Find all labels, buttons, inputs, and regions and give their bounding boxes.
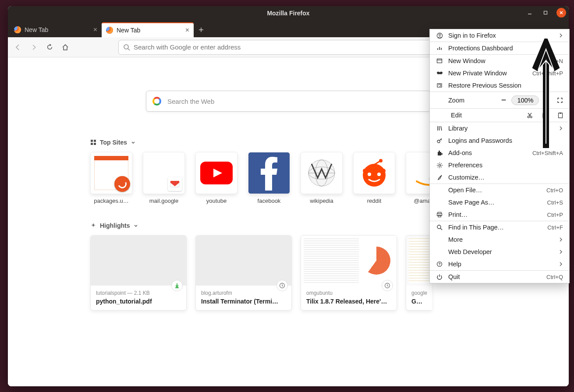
- svg-rect-20: [91, 143, 93, 145]
- search-icon: [436, 224, 443, 230]
- copy-icon[interactable]: [542, 112, 548, 118]
- svg-point-29: [377, 173, 381, 176]
- zoom-out-button[interactable]: −: [501, 95, 507, 105]
- svg-point-58: [439, 164, 440, 166]
- tab-0[interactable]: New Tab ×: [10, 22, 102, 37]
- clock-icon: [382, 280, 393, 291]
- menu-new-private[interactable]: New Private Window Ctrl+Shift+P: [430, 67, 569, 79]
- home-button[interactable]: [59, 41, 72, 54]
- minimize-button[interactable]: [525, 8, 535, 18]
- address-bar[interactable]: [118, 40, 465, 55]
- key-icon: [436, 138, 443, 144]
- svg-point-45: [530, 116, 532, 118]
- forward-button[interactable]: [27, 41, 40, 54]
- svg-point-33: [379, 159, 383, 162]
- card-source: tutorialspoint — 2.1 KB: [96, 290, 181, 296]
- tab-label: New Tab: [25, 26, 48, 33]
- menu-protections[interactable]: Protections Dashboard: [430, 42, 569, 54]
- svg-point-27: [363, 164, 386, 187]
- top-site-tile[interactable]: wikipedia: [301, 152, 343, 204]
- clock-icon: [276, 280, 288, 291]
- tab-1[interactable]: New Tab ×: [102, 22, 194, 37]
- close-tab-icon[interactable]: ×: [93, 26, 97, 34]
- menu-find[interactable]: Find in This Page… Ctrl+F: [430, 221, 569, 233]
- svg-line-32: [374, 161, 380, 165]
- back-button[interactable]: [11, 41, 25, 54]
- menu-addons[interactable]: Add-ons Ctrl+Shift+A: [430, 147, 569, 159]
- printer-icon: [436, 212, 443, 218]
- svg-rect-49: [544, 113, 548, 117]
- menu-open-file[interactable]: Open File… Ctrl+O: [430, 184, 569, 196]
- cut-icon[interactable]: [527, 112, 533, 118]
- top-site-tile[interactable]: youtube: [195, 152, 237, 204]
- library-icon: [436, 125, 443, 131]
- top-site-tile[interactable]: mail.google: [143, 152, 185, 204]
- zoom-in-button[interactable]: +: [544, 95, 549, 105]
- new-tab-button[interactable]: [194, 22, 209, 37]
- menu-preferences[interactable]: Preferences: [430, 159, 569, 171]
- menu-logins[interactable]: Logins and Passwords: [430, 134, 569, 147]
- titlebar: Mozilla Firefox: [8, 6, 569, 20]
- menu-restore[interactable]: Restore Previous Session: [430, 79, 569, 92]
- menu-zoom: Zoom − 100% +: [430, 92, 569, 108]
- menu-customize[interactable]: Customize…: [430, 171, 569, 184]
- zoom-level[interactable]: 100%: [511, 95, 539, 105]
- svg-rect-19: [94, 140, 96, 142]
- card-title: Install Terminator (Termi…: [201, 298, 286, 305]
- card-title: python_tutorial.pdf: [96, 298, 181, 305]
- svg-rect-41: [437, 59, 442, 63]
- tile-label: packages.u…: [94, 198, 129, 204]
- top-site-tile[interactable]: packages.u…: [90, 152, 132, 204]
- top-site-tile[interactable]: reddit: [353, 152, 395, 204]
- menu-help[interactable]: Help: [430, 258, 569, 270]
- tile-label: facebook: [258, 198, 281, 204]
- svg-rect-50: [559, 113, 563, 118]
- menu-more[interactable]: More: [430, 233, 569, 246]
- tile-label: youtube: [206, 198, 227, 204]
- menu-quit[interactable]: Quit Ctrl+Q: [430, 271, 569, 283]
- restore-icon: [436, 82, 443, 88]
- hero-search[interactable]: Search the Web: [146, 91, 431, 112]
- menu-save-as[interactable]: Save Page As… Ctrl+S: [430, 196, 569, 208]
- section-label: Top Sites: [100, 139, 127, 146]
- chevron-right-icon: [559, 250, 563, 254]
- menu-signin[interactable]: Sign in to Firefox: [430, 29, 569, 42]
- chevron-right-icon: [559, 262, 563, 266]
- firefox-icon: [106, 27, 113, 34]
- close-tab-icon[interactable]: ×: [185, 26, 189, 34]
- menu-library[interactable]: Library: [430, 122, 569, 134]
- chevron-right-icon: [559, 237, 563, 242]
- close-button[interactable]: [556, 8, 566, 18]
- highlight-card[interactable]: google Gmail: [406, 235, 432, 311]
- highlight-card[interactable]: tutorialspoint — 2.1 KB python_tutorial.…: [90, 235, 187, 311]
- svg-point-28: [368, 173, 371, 176]
- chevron-right-icon: [559, 126, 563, 131]
- svg-point-6: [124, 45, 128, 49]
- menu-webdev[interactable]: Web Developer: [430, 246, 569, 258]
- paste-icon[interactable]: [558, 112, 563, 118]
- section-label: Highlights: [100, 222, 130, 229]
- svg-rect-21: [94, 143, 96, 145]
- app-menu-dropdown: Sign in to Firefox Protections Dashboard…: [429, 29, 570, 283]
- tab-label: New Tab: [117, 27, 140, 34]
- window-icon: [436, 58, 443, 64]
- svg-rect-61: [438, 215, 441, 217]
- highlight-card[interactable]: omgubuntu Tilix 1.8.7 Released, Here'…: [301, 235, 397, 311]
- chevron-right-icon: [559, 33, 563, 38]
- fullscreen-icon[interactable]: [557, 97, 563, 103]
- menu-new-window[interactable]: New Window Ctrl+N: [430, 55, 569, 67]
- card-source: omgubuntu: [306, 290, 391, 296]
- sparkle-icon: [90, 222, 96, 229]
- svg-point-37: [439, 34, 440, 35]
- address-input[interactable]: [134, 43, 461, 51]
- hero-search-placeholder: Search the Web: [167, 98, 214, 105]
- top-site-tile[interactable]: facebook: [248, 152, 290, 204]
- svg-rect-60: [437, 214, 442, 216]
- svg-line-7: [128, 49, 130, 50]
- menu-print[interactable]: Print… Ctrl+P: [430, 208, 569, 221]
- svg-point-62: [437, 225, 441, 229]
- gear-icon: [436, 162, 443, 169]
- highlight-card[interactable]: blog.arturofm Install Terminator (Termi…: [195, 235, 292, 311]
- maximize-button[interactable]: [541, 8, 550, 18]
- reload-button[interactable]: [43, 41, 56, 54]
